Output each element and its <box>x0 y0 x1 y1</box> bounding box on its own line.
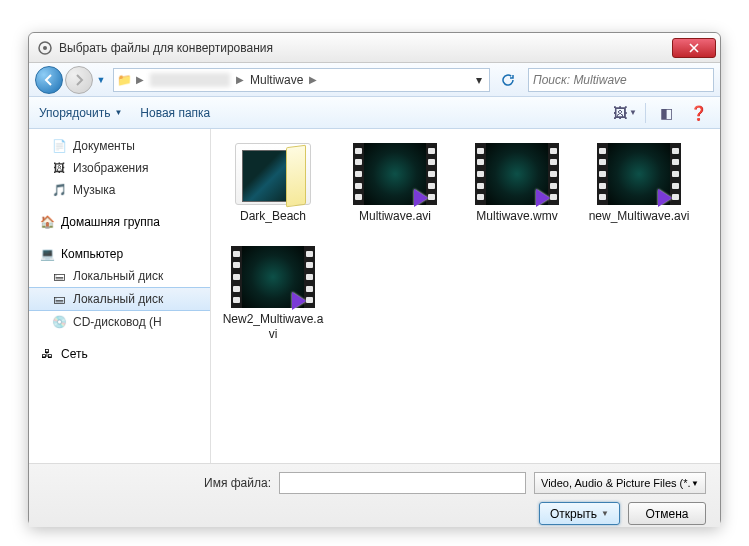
sidebar-item-label: Домашняя группа <box>61 215 160 229</box>
toolbar: Упорядочить ▼ Новая папка 🖼▼ ◧ ❓ <box>29 97 720 129</box>
window-title: Выбрать файлы для конвертирования <box>59 41 672 55</box>
file-type-filter[interactable]: Video, Audio & Picture Files (*. ▼ <box>534 472 706 494</box>
video-thumbnail <box>231 246 315 308</box>
organize-menu[interactable]: Упорядочить ▼ <box>39 106 122 120</box>
video-frame <box>486 143 548 205</box>
film-strip <box>475 143 486 205</box>
sidebar-item-icon: 🖴 <box>51 291 67 307</box>
nav-history-dropdown[interactable]: ▼ <box>95 70 107 90</box>
file-label: Multiwave.avi <box>359 209 431 224</box>
video-thumbnail <box>597 143 681 205</box>
sidebar-music[interactable]: 🎵Музыка <box>29 179 210 201</box>
titlebar[interactable]: Выбрать файлы для конвертирования <box>29 33 720 63</box>
chevron-down-icon: ▼ <box>601 509 609 518</box>
app-icon <box>37 40 53 56</box>
view-options-button[interactable]: 🖼▼ <box>613 101 637 125</box>
cancel-button-label: Отмена <box>645 507 688 521</box>
file-label: new_Multiwave.avi <box>589 209 690 224</box>
play-overlay-icon <box>536 189 550 207</box>
file-new-multiwave-avi[interactable]: new_Multiwave.avi <box>587 143 691 224</box>
breadcrumb-bar[interactable]: 📁 ▶ ▶ Multiwave ▶ ▾ <box>113 68 490 92</box>
chevron-right-icon: ▶ <box>307 74 319 85</box>
cancel-button[interactable]: Отмена <box>628 502 706 525</box>
sidebar-item-icon: 📄 <box>51 138 67 154</box>
filter-label: Video, Audio & Picture Files (*. <box>541 477 691 489</box>
open-button-label: Открыть <box>550 507 597 521</box>
folder-icon: 📁 <box>114 73 134 87</box>
search-box[interactable] <box>528 68 714 92</box>
file-multiwave-wmv[interactable]: Multiwave.wmv <box>465 143 569 224</box>
file-list-pane[interactable]: Dark_BeachMultiwave.aviMultiwave.wmvnew_… <box>211 129 720 463</box>
search-input[interactable] <box>533 73 709 87</box>
video-thumbnail <box>475 143 559 205</box>
sidebar-item-icon: 🏠 <box>39 214 55 230</box>
play-overlay-icon <box>292 292 306 310</box>
sidebar-item-icon: 🖼 <box>51 160 67 176</box>
filename-input[interactable] <box>279 472 526 494</box>
chevron-right-icon: ▶ <box>134 74 146 85</box>
sidebar-spacer <box>29 201 210 211</box>
sidebar-item-label: Документы <box>73 139 135 153</box>
filename-label: Имя файла: <box>43 476 271 490</box>
chevron-down-icon: ▼ <box>691 479 699 488</box>
sidebar-item-icon: 🖴 <box>51 268 67 284</box>
sidebar-item-label: Изображения <box>73 161 148 175</box>
sidebar-item-label: Локальный диск <box>73 269 163 283</box>
sidebar-documents[interactable]: 📄Документы <box>29 135 210 157</box>
breadcrumb-dropdown-icon[interactable]: ▾ <box>469 73 489 87</box>
video-frame <box>364 143 426 205</box>
help-button[interactable]: ❓ <box>686 101 710 125</box>
sidebar-item-label: CD-дисковод (H <box>73 315 162 329</box>
preview-pane-button[interactable]: ◧ <box>654 101 678 125</box>
nav-bar: ▼ 📁 ▶ ▶ Multiwave ▶ ▾ <box>29 63 720 97</box>
nav-forward-button[interactable] <box>65 66 93 94</box>
navigation-sidebar[interactable]: 📄Документы🖼Изображения🎵Музыка🏠Домашняя г… <box>29 129 211 463</box>
file-multiwave-avi[interactable]: Multiwave.avi <box>343 143 447 224</box>
sidebar-item-label: Музыка <box>73 183 115 197</box>
video-thumbnail <box>353 143 437 205</box>
sidebar-item-label: Компьютер <box>61 247 123 261</box>
sidebar-localdisk-2[interactable]: 🖴Локальный диск <box>29 287 210 311</box>
sidebar-item-icon: 💻 <box>39 246 55 262</box>
file-open-dialog: Выбрать файлы для конвертирования ▼ 📁 ▶ … <box>28 32 721 526</box>
nav-back-button[interactable] <box>35 66 63 94</box>
sidebar-item-label: Сеть <box>61 347 88 361</box>
bottom-bar: Имя файла: Video, Audio & Picture Files … <box>29 463 720 527</box>
sidebar-localdisk-1[interactable]: 🖴Локальный диск <box>29 265 210 287</box>
film-strip <box>231 246 242 308</box>
play-overlay-icon <box>658 189 672 207</box>
file-label: Multiwave.wmv <box>476 209 557 224</box>
video-frame <box>608 143 670 205</box>
file-label: Dark_Beach <box>240 209 306 224</box>
file-label: New2_Multiwave.avi <box>221 312 325 342</box>
sidebar-item-label: Локальный диск <box>73 292 163 306</box>
refresh-button[interactable] <box>496 68 520 92</box>
close-button[interactable] <box>672 38 716 58</box>
open-button[interactable]: Открыть ▼ <box>539 502 620 525</box>
video-frame <box>242 246 304 308</box>
organize-label: Упорядочить <box>39 106 110 120</box>
new-folder-label: Новая папка <box>140 106 210 120</box>
chevron-down-icon: ▼ <box>114 108 122 117</box>
film-strip <box>353 143 364 205</box>
toolbar-divider <box>645 103 646 123</box>
chevron-right-icon: ▶ <box>234 74 246 85</box>
sidebar-homegroup[interactable]: 🏠Домашняя группа <box>29 211 210 233</box>
sidebar-cd-drive[interactable]: 💿CD-дисковод (H <box>29 311 210 333</box>
folder-thumbnail <box>235 143 311 205</box>
breadcrumb-current[interactable]: Multiwave <box>246 73 307 87</box>
play-overlay-icon <box>414 189 428 207</box>
file-dark-beach[interactable]: Dark_Beach <box>221 143 325 224</box>
sidebar-computer[interactable]: 💻Компьютер <box>29 243 210 265</box>
breadcrumb-hidden-segment <box>150 73 230 87</box>
sidebar-network[interactable]: 🖧Сеть <box>29 343 210 365</box>
sidebar-spacer <box>29 333 210 343</box>
sidebar-item-icon: 🎵 <box>51 182 67 198</box>
sidebar-item-icon: 💿 <box>51 314 67 330</box>
svg-point-1 <box>43 46 47 50</box>
file-new2-multiwave-avi[interactable]: New2_Multiwave.avi <box>221 246 325 342</box>
sidebar-spacer <box>29 233 210 243</box>
sidebar-pictures[interactable]: 🖼Изображения <box>29 157 210 179</box>
sidebar-item-icon: 🖧 <box>39 346 55 362</box>
new-folder-button[interactable]: Новая папка <box>140 106 210 120</box>
